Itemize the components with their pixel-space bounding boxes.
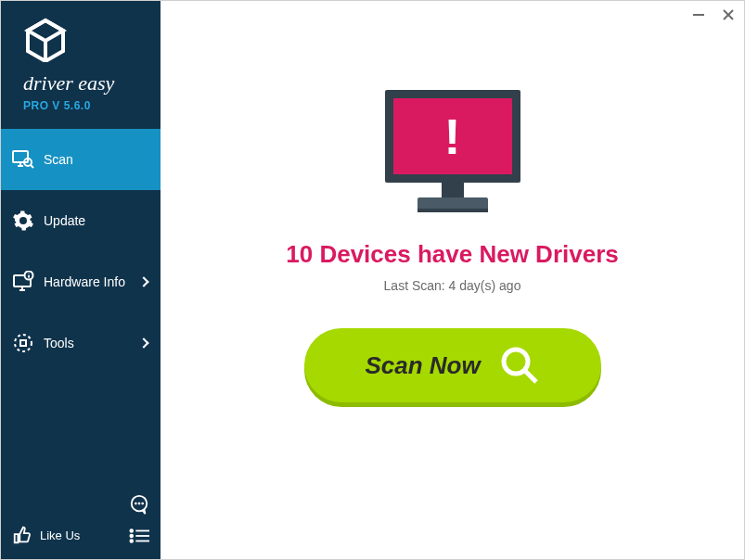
logo-block: driver easy PRO V 5.6.0 — [1, 1, 161, 123]
svg-point-22 — [130, 535, 133, 538]
sidebar-item-hardware-info[interactable]: Hardware Info — [1, 251, 161, 312]
sidebar-item-scan[interactable]: Scan — [1, 129, 161, 190]
sidebar-item-label: Scan — [44, 152, 161, 167]
close-button[interactable] — [720, 6, 737, 23]
logo-icon — [23, 18, 68, 62]
svg-marker-1 — [28, 20, 63, 41]
main-panel: ! 10 Devices have New Drivers Last Scan:… — [161, 1, 744, 559]
menu-icon[interactable] — [129, 528, 149, 544]
sidebar-item-tools[interactable]: Tools — [1, 312, 161, 374]
svg-point-18 — [139, 503, 140, 504]
svg-line-30 — [525, 371, 536, 382]
svg-point-20 — [130, 529, 133, 532]
speech-bubble-icon — [129, 494, 149, 515]
svg-point-24 — [130, 540, 133, 542]
exclamation-icon: ! — [444, 108, 461, 165]
sidebar-nav: Scan Update — [1, 129, 161, 511]
svg-point-14 — [15, 335, 32, 351]
window-controls — [690, 6, 737, 23]
version-label: PRO V 5.6.0 — [23, 99, 149, 112]
monitor-base — [417, 197, 488, 209]
minimize-button[interactable] — [690, 6, 707, 23]
thumbs-up-icon — [12, 525, 32, 545]
scan-now-button[interactable]: Scan Now — [304, 328, 601, 402]
last-scan-text: Last Scan: 4 day(s) ago — [384, 278, 521, 293]
svg-point-19 — [142, 503, 143, 504]
svg-point-29 — [504, 350, 528, 374]
monitor-search-icon — [12, 148, 34, 171]
monitor-info-icon — [12, 271, 34, 293]
sidebar: driver easy PRO V 5.6.0 Scan — [1, 1, 161, 559]
feedback-button[interactable] — [129, 494, 149, 515]
scan-now-label: Scan Now — [365, 351, 480, 380]
search-icon — [499, 345, 540, 386]
like-us-label: Like Us — [40, 528, 80, 542]
svg-rect-15 — [20, 340, 26, 346]
chevron-right-icon — [138, 276, 148, 286]
app-window: driver easy PRO V 5.6.0 Scan — [0, 0, 745, 560]
alert-monitor-graphic: ! — [379, 90, 527, 220]
sidebar-item-label: Hardware Info — [44, 274, 140, 289]
chevron-right-icon — [138, 337, 148, 348]
brand-name: driver easy — [23, 71, 149, 95]
gear-icon — [12, 210, 34, 232]
sidebar-item-label: Tools — [44, 336, 140, 350]
svg-line-7 — [31, 165, 33, 168]
scan-summary: ! 10 Devices have New Drivers Last Scan:… — [161, 1, 744, 402]
sidebar-item-label: Update — [44, 213, 161, 228]
svg-point-17 — [135, 503, 136, 504]
monitor-screen: ! — [385, 90, 520, 183]
tools-icon — [12, 332, 34, 354]
sidebar-item-update[interactable]: Update — [1, 190, 161, 251]
devices-headline: 10 Devices have New Drivers — [286, 240, 618, 269]
